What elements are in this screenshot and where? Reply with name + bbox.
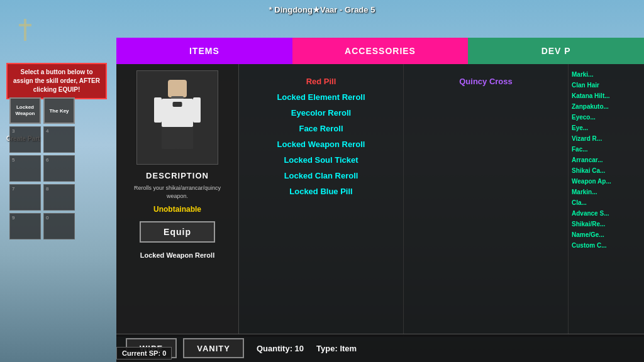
accessory-entry[interactable]: Quincy Cross (410, 74, 562, 89)
dev-entry[interactable]: Markin... (572, 187, 641, 197)
hotbar-slot-0[interactable]: 0 (43, 213, 75, 239)
svg-rect-0 (24, 19, 26, 41)
hotbar-slot-7[interactable]: 7 (9, 184, 41, 211)
content-area: DESCRIPTION Rerolls your shikai/arrancar… (116, 64, 644, 337)
svg-rect-1 (19, 24, 31, 26)
hotbar: Locked Weapon The Key 3 4 5 6 7 8 9 0 (9, 97, 75, 239)
equip-button[interactable]: Equip (140, 221, 215, 243)
item-entry[interactable]: Locked Soul Ticket (245, 152, 397, 168)
dev-entry[interactable]: Katana Hilt... (572, 90, 641, 101)
item-entry[interactable]: Locked Blue Pill (245, 184, 397, 199)
hotbar-slot-8[interactable]: 8 (43, 184, 75, 211)
item-entry[interactable]: Locked Clan Reroll (245, 168, 397, 184)
description-title: DESCRIPTION (146, 171, 209, 180)
description-status: Unobtainable (153, 205, 201, 214)
bottom-bar: WIPE VANITY Quantity: 10 Type: Item (116, 334, 644, 362)
dev-entry[interactable]: Vizard R... (572, 133, 641, 144)
hotbar-slot-9[interactable]: 9 (9, 213, 41, 239)
username-display: * Dingdong★Vaar - Grade 5 (269, 5, 375, 14)
sp-bar: Current SP: 0 (116, 347, 172, 359)
item-entry[interactable]: Locked Element Reroll (245, 89, 397, 105)
dev-entry[interactable]: Arrancar... (572, 155, 641, 165)
char-legs (162, 127, 193, 149)
hotbar-slot-3[interactable]: 3 (9, 126, 41, 153)
char-head (168, 80, 187, 97)
selected-item-label: Locked Weapon Reroll (140, 251, 214, 259)
dev-entry[interactable]: Weapon Ap... (572, 176, 641, 187)
bg-cross-decoration (19, 19, 31, 43)
character-body (155, 80, 199, 155)
dev-entry[interactable]: Shikai/Re... (572, 219, 641, 229)
hotbar-slot-label: Locked Weapon (11, 104, 40, 116)
dev-entry[interactable]: Advance S... (572, 208, 641, 219)
dev-entry[interactable]: Custom C... (572, 240, 641, 251)
char-torso (162, 99, 193, 127)
item-entry[interactable]: Eyecolor Reroll (245, 105, 397, 121)
character-preview (136, 70, 218, 165)
char-arm-right (193, 97, 201, 123)
dev-entry[interactable]: Eyeco... (572, 112, 641, 123)
tab-headers: ITEMS ACCESSORIES DEV P (116, 38, 644, 64)
item-entry[interactable]: Locked Weapon Reroll (245, 136, 397, 152)
dev-entry[interactable]: Zanpakuto... (572, 101, 641, 112)
tab-items[interactable]: ITEMS (116, 38, 292, 64)
dev-entry[interactable]: Eye... (572, 123, 641, 133)
hotbar-slot-5[interactable]: 5 (9, 155, 41, 182)
main-panel: ITEMS ACCESSORIES DEV P (116, 38, 644, 337)
tab-dev[interactable]: DEV P (468, 38, 644, 64)
vanity-button[interactable]: VANITY (183, 338, 244, 358)
description-body: Rerolls your shikai/arrancar/quincy weap… (123, 184, 232, 200)
accessories-list: Quincy Cross (404, 64, 569, 337)
dev-entry[interactable]: Shikai Ca... (572, 165, 641, 176)
items-list: Red PillLocked Element RerollEyecolor Re… (239, 64, 404, 337)
hotbar-slot-the-key[interactable]: The Key (43, 97, 75, 124)
dev-entry[interactable]: Clan Hair (572, 80, 641, 90)
sp-value: Current SP: 0 (122, 349, 166, 357)
hotbar-slot-6[interactable]: 6 (43, 155, 75, 182)
char-arm-left (154, 97, 162, 123)
instruction-text: Select a button below to assign the skil… (13, 69, 100, 93)
dev-entry[interactable]: Fac... (572, 144, 641, 155)
hotbar-slot-4[interactable]: 4 (43, 126, 75, 153)
item-entry[interactable]: Red Pill (245, 74, 397, 89)
type-display: Type: Item (316, 344, 357, 353)
char-leg-left (162, 127, 177, 149)
quantity-display: Quantity: 10 (257, 344, 304, 353)
dev-list: Marki...Clan HairKatana Hilt...Zanpakuto… (569, 64, 644, 337)
dev-entry[interactable]: Cla... (572, 197, 641, 208)
hotbar-slot-label: The Key (49, 108, 69, 114)
tab-accessories[interactable]: ACCESSORIES (292, 38, 469, 64)
dev-entry[interactable]: Name/Ge... (572, 229, 641, 240)
dev-entry[interactable]: Marki... (572, 69, 641, 80)
instruction-panel: Select a button below to assign the skil… (6, 63, 107, 99)
char-leg-right (179, 127, 194, 149)
description-panel: DESCRIPTION Rerolls your shikai/arrancar… (116, 64, 239, 337)
item-entry[interactable]: Face Reroll (245, 121, 397, 136)
hotbar-slot-locked-weapon[interactable]: Locked Weapon (9, 97, 41, 124)
